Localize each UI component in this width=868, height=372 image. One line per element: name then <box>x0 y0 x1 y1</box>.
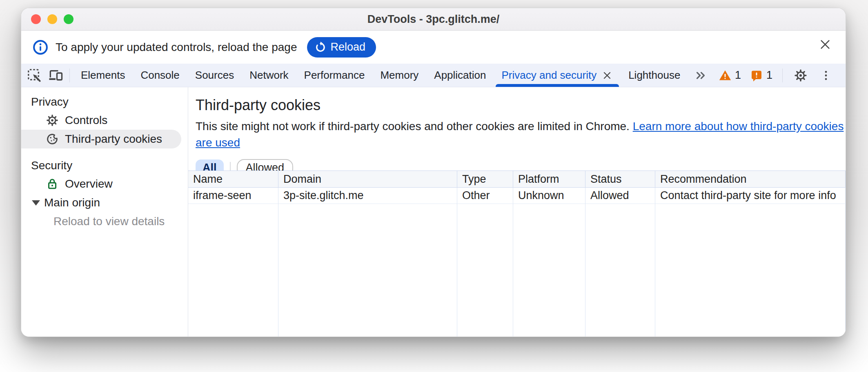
table-filler-column <box>585 204 655 337</box>
tabbar-right-cluster: 1 1 <box>716 64 846 87</box>
chevron-down-icon <box>32 200 40 206</box>
sidebar-item-label: Controls <box>65 114 107 127</box>
table-cell-status[interactable]: Allowed <box>585 188 655 204</box>
toolbar-separator <box>69 69 70 82</box>
devtools-window: DevTools - 3pc.glitch.me/ To apply your … <box>21 8 846 337</box>
tab-elements[interactable]: Elements <box>73 64 133 87</box>
info-icon <box>33 40 48 55</box>
reload-button[interactable]: Reload <box>307 37 376 58</box>
warnings-indicator[interactable]: 1 <box>716 69 743 82</box>
infobar-message: To apply your updated controls, reload t… <box>56 41 297 54</box>
devtools-tabbar: Elements Console Sources Network Perform… <box>21 64 846 87</box>
table-cell-domain[interactable]: 3p-site.glitch.me <box>278 188 457 204</box>
column-header-domain[interactable]: Domain <box>278 171 457 188</box>
reload-infobar: To apply your updated controls, reload t… <box>21 31 846 64</box>
sidebar-item-controls[interactable]: Controls <box>21 111 188 130</box>
tab-memory[interactable]: Memory <box>372 64 426 87</box>
table-filler-column <box>188 204 278 337</box>
table-cell-recommendation[interactable]: Contact third-party site for more info <box>655 188 846 204</box>
more-tabs-icon[interactable] <box>688 64 713 87</box>
column-header-status[interactable]: Status <box>585 171 655 188</box>
tab-application[interactable]: Application <box>426 64 494 87</box>
issues-icon <box>750 69 763 82</box>
column-header-platform[interactable]: Platform <box>513 171 585 188</box>
issue-count: 1 <box>766 69 772 82</box>
sidebar-item-main-origin[interactable]: Main origin <box>21 193 188 212</box>
tab-label: Performance <box>304 69 365 82</box>
sidebar-item-label: Third-party cookies <box>65 133 162 146</box>
warning-count: 1 <box>735 69 741 82</box>
column-header-name[interactable]: Name <box>188 171 278 188</box>
tab-network[interactable]: Network <box>242 64 296 87</box>
table-cell-type[interactable]: Other <box>457 188 513 204</box>
tab-label: Memory <box>380 69 418 82</box>
reload-button-label: Reload <box>331 41 366 53</box>
device-toolbar-icon[interactable] <box>45 64 66 87</box>
column-header-recommendation[interactable]: Recommendation <box>655 171 846 188</box>
sidebar-section-security: Security <box>21 157 188 175</box>
table-filler-column <box>457 204 513 337</box>
tab-label: Network <box>249 69 288 82</box>
reload-icon <box>314 41 327 53</box>
page-title: Third-party cookies <box>196 96 846 114</box>
inspect-element-icon[interactable] <box>24 64 45 87</box>
tab-label: Sources <box>195 69 234 82</box>
table-cell-name[interactable]: iframe-seen <box>188 188 278 204</box>
reload-to-view-details-text: Reload to view details <box>21 212 188 231</box>
sidebar-item-third-party-cookies[interactable]: Third-party cookies <box>21 130 181 148</box>
lock-icon <box>45 177 59 191</box>
third-party-cookies-panel: Third-party cookies This site might not … <box>188 87 846 337</box>
panel-description: This site might not work if third-party … <box>196 118 846 151</box>
privacy-sidebar: Privacy Controls <box>21 87 188 337</box>
table-filler-column <box>655 204 846 337</box>
tab-performance[interactable]: Performance <box>296 64 373 87</box>
tab-label: Lighthouse <box>628 69 680 82</box>
settings-gear-icon[interactable] <box>790 68 811 83</box>
sidebar-item-label: Overview <box>65 177 113 190</box>
warning-triangle-icon <box>719 69 732 82</box>
gear-icon <box>45 113 59 127</box>
tab-close-icon[interactable] <box>601 70 613 81</box>
sidebar-item-label: Main origin <box>44 196 100 209</box>
sidebar-item-overview[interactable]: Overview <box>21 175 188 193</box>
tab-console[interactable]: Console <box>133 64 187 87</box>
tab-label: Application <box>434 69 486 82</box>
devtools-content: Privacy Controls <box>21 87 846 337</box>
window-title: DevTools - 3pc.glitch.me/ <box>21 13 846 26</box>
tab-label: Console <box>140 69 179 82</box>
table-filler-column <box>513 204 585 337</box>
kebab-menu-icon[interactable] <box>815 69 837 82</box>
cookie-icon <box>45 132 59 146</box>
column-header-type[interactable]: Type <box>457 171 513 188</box>
sidebar-section-privacy: Privacy <box>21 93 188 111</box>
tab-privacy-and-security[interactable]: Privacy and security <box>494 64 621 87</box>
infobar-close-icon[interactable] <box>817 36 833 53</box>
titlebar: DevTools - 3pc.glitch.me/ <box>21 8 846 31</box>
tabbar-separator <box>782 69 783 82</box>
table-filler-column <box>278 204 457 337</box>
sidebar-gap <box>21 148 188 157</box>
tab-sources[interactable]: Sources <box>187 64 242 87</box>
description-text: This site might not work if third-party … <box>196 120 630 133</box>
tab-label: Elements <box>81 69 125 82</box>
cookies-table: Name Domain Type Platform Status Recomme… <box>188 170 846 337</box>
tab-label: Privacy and security <box>502 69 597 82</box>
table-cell-platform[interactable]: Unknown <box>513 188 585 204</box>
issues-indicator[interactable]: 1 <box>748 69 775 82</box>
tab-lighthouse[interactable]: Lighthouse <box>621 64 688 87</box>
